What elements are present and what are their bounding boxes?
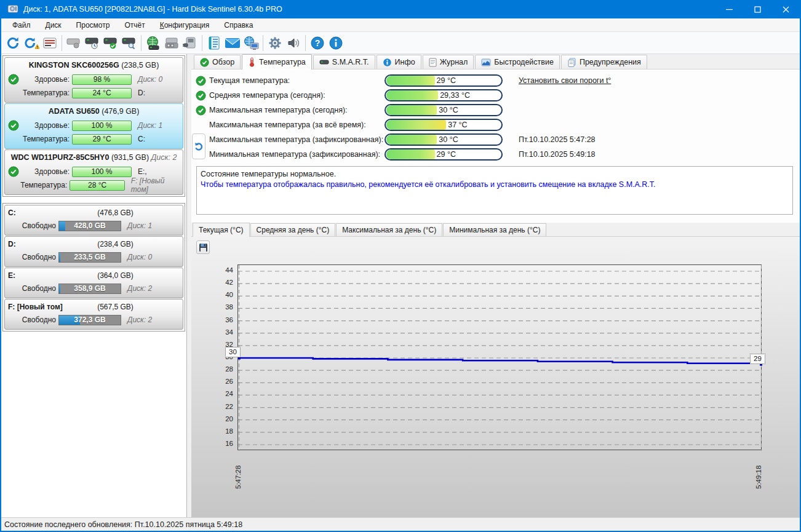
min-recorded-timestamp: Пт.10.10.2025 5:49:18	[519, 150, 596, 159]
menu-file[interactable]: Файл	[5, 20, 38, 31]
disk-card-kingston[interactable]: KINGSTON SKC600256G (238,5 GB) Здоровье:…	[4, 57, 183, 103]
disk-card-adata-selected[interactable]: ADATA SU650 (476,9 GB) Здоровье: 100 % Д…	[4, 103, 183, 149]
refresh-warning-icon[interactable]	[22, 34, 41, 52]
temp-row-current: Текущая температура: 29 °C Установить св…	[194, 73, 795, 88]
y-tick-label: 22	[215, 403, 233, 410]
disk-schedule-icon[interactable]	[83, 34, 102, 52]
chart-tab-avg[interactable]: Средняя за день (°C)	[250, 223, 336, 236]
sidebar-splitter[interactable]	[187, 54, 191, 517]
set-thresholds-link[interactable]: Установить свои пороги t°	[519, 76, 611, 85]
settings-gear-icon[interactable]	[266, 34, 284, 52]
partition-card-d[interactable]: D:(238,4 GB) Свободно 233,5 GB Диск: 0	[4, 236, 183, 267]
drive-letter: D:	[132, 89, 145, 97]
maximize-button[interactable]	[743, 0, 771, 18]
partition-list: C:(476,8 GB) Свободно 428,0 GB Диск: 1 D…	[2, 203, 185, 332]
help-icon[interactable]: ?	[308, 34, 327, 52]
toolbar-separator	[263, 35, 263, 51]
disk-ok-icon[interactable]	[102, 34, 120, 52]
menu-view[interactable]: Просмотр	[69, 20, 118, 31]
chart-tab-current[interactable]: Текущая (°C)	[193, 223, 250, 237]
tab-smart[interactable]: S.M.A.R.T.	[313, 55, 375, 69]
y-tick-label: 34	[215, 328, 233, 336]
drive-letter: E:,	[132, 167, 147, 176]
partition-size: (364,0 GB)	[51, 271, 180, 280]
temp-row-average: Средняя температура (сегодня): 29,33 °C	[194, 88, 795, 103]
tab-warnings[interactable]: Предупреждения	[561, 55, 647, 69]
tab-performance[interactable]: Быстродействие	[475, 55, 560, 69]
y-tick-label: 42	[215, 279, 233, 286]
journal-doc-icon	[429, 58, 437, 67]
note-line-1: Состояние температуры нормальное.	[201, 169, 789, 180]
save-chart-button[interactable]	[196, 240, 210, 254]
temp-bar: 24 °C	[72, 88, 132, 98]
network-disk-icon[interactable]	[144, 34, 162, 52]
health-label: Здоровье:	[22, 75, 72, 84]
tab-overview[interactable]: Обзор	[194, 55, 241, 69]
drive-letter: F: [Новый том]	[125, 177, 180, 194]
menu-report[interactable]: Отчёт	[117, 20, 152, 31]
disk-offline-icon[interactable]	[65, 34, 83, 52]
disk-name: KINGSTON SKC600256G (238,5 GB)	[8, 60, 180, 72]
health-bar: 100 %	[72, 121, 132, 131]
network-pc-icon[interactable]	[242, 34, 260, 52]
disk-card-wdc[interactable]: WDC WD11PURZ-85C5HY0 (931,5 GB) Диск: 2 …	[4, 149, 183, 195]
undo-arrow-icon	[194, 141, 204, 151]
temp-gauge: 37 °C	[385, 119, 503, 131]
partition-card-e[interactable]: E:(364,0 GB) Свободно 358,9 GB Диск: 2	[4, 268, 183, 298]
disk-sidebar: KINGSTON SKC600256G (238,5 GB) Здоровье:…	[1, 54, 187, 517]
partition-card-f[interactable]: F: [Новый том](567,5 GB) Свободно 372,3 …	[4, 299, 183, 330]
notes-icon[interactable]	[205, 34, 223, 52]
temp-gauge: 29,33 °C	[385, 89, 503, 101]
chart-end-label: 29	[750, 354, 765, 364]
temp-gauge: 29 °C	[385, 74, 503, 87]
info-icon[interactable]	[327, 34, 345, 52]
window-title: Диск: 1, ADATA SU650 [2P082L2NA8LG] - Ha…	[23, 5, 715, 14]
y-tick-label: 26	[215, 378, 233, 385]
menu-help[interactable]: Справка	[217, 20, 260, 31]
temp-label: Температура:	[20, 181, 70, 189]
toolbar-separator	[305, 35, 306, 51]
disk-name: ADATA SU650 (476,9 GB)	[8, 106, 180, 118]
tab-temperature[interactable]: Температура	[242, 54, 312, 69]
temp-label: Температура:	[22, 135, 72, 143]
partition-size: (476,8 GB)	[51, 208, 180, 217]
space-bar: 372,3 GB	[58, 315, 121, 325]
disk-shares-icon[interactable]	[162, 34, 181, 52]
chart-tab-max[interactable]: Максимальная за день (°C)	[336, 223, 442, 236]
chart-tab-min[interactable]: Минимальная за день (°C)	[443, 223, 546, 236]
chart-x-label-start: 5:47:28	[234, 466, 242, 489]
partition-card-c[interactable]: C:(476,8 GB) Свободно 428,0 GB Диск: 1	[4, 205, 183, 236]
smart-disk-icon	[319, 59, 329, 65]
minimize-button[interactable]	[715, 0, 743, 18]
temp-bar: 29 °C	[72, 134, 132, 145]
menu-configuration[interactable]: Конфигурация	[153, 20, 217, 31]
refresh-icon[interactable]	[4, 34, 22, 52]
temp-gauge: 30 °C	[385, 104, 503, 116]
health-ok-icon	[8, 120, 22, 131]
y-tick-label: 36	[215, 316, 233, 324]
tab-journal[interactable]: Журнал	[423, 55, 474, 69]
tab-info[interactable]: Инфо	[377, 55, 421, 69]
main-tabstrip: Обзор Температура S.M.A.R.T. Инфо Журнал…	[191, 54, 800, 69]
free-label: Свободно	[8, 221, 58, 230]
close-button[interactable]	[771, 0, 800, 18]
status-ok-icon	[194, 105, 209, 116]
free-label: Свободно	[8, 284, 58, 293]
status-ok-icon	[194, 90, 209, 101]
sound-icon[interactable]	[284, 34, 303, 52]
chart-tabstrip: Текущая (°C) Средняя за день (°C) Максим…	[191, 223, 800, 237]
status-ok-icon	[194, 76, 209, 86]
chart-panel: 161820222426283032343638404244 30 29 5:4…	[191, 237, 800, 517]
note-line-2: Чтобы температура отображалась правильно…	[201, 180, 789, 190]
disk-plug-icon[interactable]	[181, 34, 199, 52]
menu-bar: Файл Диск Просмотр Отчёт Конфигурация Сп…	[1, 18, 800, 32]
temp-gauge: 30 °C	[385, 133, 503, 146]
report-icon[interactable]	[41, 34, 59, 52]
health-label: Здоровье:	[22, 121, 72, 130]
menu-disk[interactable]: Диск	[38, 20, 69, 31]
partition-size: (567,5 GB)	[51, 303, 180, 311]
mail-icon[interactable]	[223, 34, 242, 52]
reset-recorded-button[interactable]	[192, 133, 205, 159]
y-tick-label: 28	[215, 365, 233, 373]
disk-search-icon[interactable]	[120, 34, 138, 52]
